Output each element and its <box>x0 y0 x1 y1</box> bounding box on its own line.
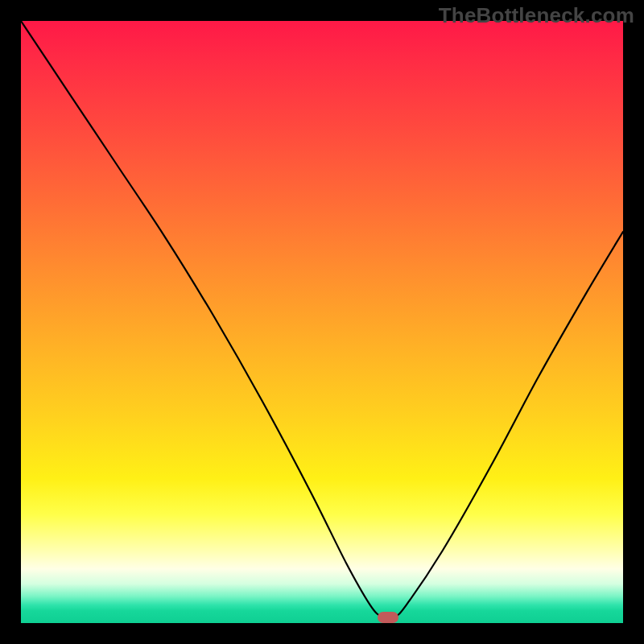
chart-frame: TheBottleneck.com <box>0 0 644 644</box>
watermark-text: TheBottleneck.com <box>439 3 634 28</box>
optimal-marker <box>378 612 398 623</box>
plot-area <box>21 21 623 623</box>
bottleneck-curve <box>21 21 623 623</box>
bottleneck-curve-path <box>21 21 623 618</box>
